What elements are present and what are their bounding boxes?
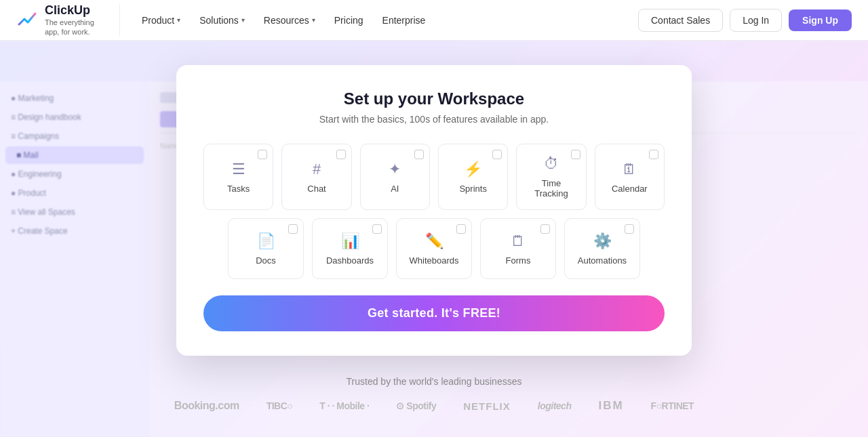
forms-icon: 🗒	[511, 232, 526, 250]
get-started-button[interactable]: Get started. It's FREE!	[203, 295, 665, 331]
workspace-setup-modal: Set up your Workspace Start with the bas…	[176, 65, 692, 356]
trusted-section: Trusted by the world's leading businesse…	[174, 376, 694, 413]
brand-tmobile: T · · Mobile ·	[319, 400, 369, 411]
brand-tibco: TIBC○	[267, 400, 293, 411]
brand-ibm: IBM	[598, 399, 623, 413]
feature-dashboards[interactable]: 📊 Dashboards	[312, 218, 388, 279]
chevron-down-icon: ▾	[241, 16, 245, 24]
feature-calendar[interactable]: 🗓 Calendar	[595, 144, 665, 210]
tasks-checkbox[interactable]	[258, 150, 267, 159]
automations-icon: ⚙️	[593, 232, 612, 250]
tasks-icon: ☰	[232, 161, 245, 178]
modal-title: Set up your Workspace	[203, 89, 665, 108]
navbar: ClickUp The everything app, for work. Pr…	[0, 0, 868, 41]
chat-icon: #	[313, 161, 321, 178]
clickup-logo-icon	[16, 9, 38, 31]
forms-checkbox[interactable]	[540, 224, 550, 234]
brand-netflix: NETFLIX	[463, 400, 511, 412]
logo-text: ClickUp	[45, 3, 106, 18]
login-button[interactable]: Log In	[730, 9, 782, 32]
ai-label: AI	[391, 184, 399, 194]
dashboards-label: Dashboards	[326, 255, 374, 266]
whiteboards-icon: ✏️	[425, 232, 443, 250]
ai-icon: ✦	[389, 161, 401, 178]
calendar-label: Calendar	[612, 184, 648, 194]
logo-area: ClickUp The everything app, for work.	[16, 3, 120, 37]
sprints-label: Sprints	[459, 184, 486, 194]
feature-forms[interactable]: 🗒 Forms	[480, 218, 556, 279]
trusted-label: Trusted by the world's leading businesse…	[174, 376, 694, 387]
docs-icon: 📄	[257, 232, 275, 250]
brand-logitech: logitech	[538, 400, 572, 411]
chat-checkbox[interactable]	[336, 150, 346, 159]
whiteboards-checkbox[interactable]	[456, 224, 466, 234]
features-row-2: 📄 Docs 📊 Dashboards ✏️ Whiteboards 🗒 For…	[203, 218, 665, 279]
forms-label: Forms	[506, 255, 531, 266]
nav-links: Product ▾ Solutions ▾ Resources ▾ Pricin…	[134, 11, 638, 30]
chevron-down-icon: ▾	[177, 16, 180, 24]
nav-pricing[interactable]: Pricing	[326, 11, 372, 30]
features-row-1: ☰ Tasks # Chat ✦ AI ⚡ Sprints ⏱ Time	[203, 144, 665, 210]
automations-label: Automations	[578, 255, 627, 266]
feature-tasks[interactable]: ☰ Tasks	[203, 144, 273, 210]
nav-right: Contact Sales Log In Sign Up	[638, 9, 852, 32]
feature-sprints[interactable]: ⚡ Sprints	[438, 144, 508, 210]
time-tracking-icon: ⏱	[544, 155, 559, 173]
modal-overlay: Set up your Workspace Start with the bas…	[0, 41, 868, 437]
brand-spotify: ⊙ Spotify	[396, 400, 436, 411]
feature-chat[interactable]: # Chat	[281, 144, 351, 210]
brand-booking: Booking.com	[174, 400, 239, 412]
feature-ai[interactable]: ✦ AI	[360, 144, 430, 210]
whiteboards-label: Whiteboards	[410, 255, 459, 266]
feature-docs[interactable]: 📄 Docs	[228, 218, 304, 279]
nav-product[interactable]: Product ▾	[134, 11, 189, 30]
nav-enterprise[interactable]: Enterprise	[374, 11, 434, 30]
feature-time-tracking[interactable]: ⏱ Time Tracking	[516, 144, 586, 210]
dashboards-icon: 📊	[341, 232, 359, 250]
chevron-down-icon: ▾	[312, 16, 315, 24]
contact-sales-button[interactable]: Contact Sales	[638, 9, 723, 32]
time-tracking-checkbox[interactable]	[571, 150, 580, 159]
ai-checkbox[interactable]	[414, 150, 424, 159]
time-tracking-label: Time Tracking	[525, 178, 577, 199]
modal-subtitle: Start with the basics, 100s of features …	[203, 114, 665, 125]
sprints-icon: ⚡	[464, 161, 482, 178]
brands-row: Booking.com TIBC○ T · · Mobile · ⊙ Spoti…	[174, 399, 694, 413]
docs-checkbox[interactable]	[288, 224, 298, 234]
nav-resources[interactable]: Resources ▾	[256, 11, 323, 30]
calendar-icon: 🗓	[622, 161, 637, 178]
chat-label: Chat	[307, 184, 326, 194]
docs-label: Docs	[256, 255, 276, 266]
feature-whiteboards[interactable]: ✏️ Whiteboards	[396, 218, 472, 279]
feature-automations[interactable]: ⚙️ Automations	[564, 218, 640, 279]
nav-solutions[interactable]: Solutions ▾	[191, 11, 253, 30]
tasks-label: Tasks	[227, 184, 250, 194]
logo-tagline: The everything app, for work.	[45, 18, 106, 37]
sprints-checkbox[interactable]	[492, 150, 502, 159]
brand-fortinet: F○RTINET	[651, 400, 694, 411]
automations-checkbox[interactable]	[625, 224, 634, 234]
calendar-checkbox[interactable]	[649, 150, 658, 159]
dashboards-checkbox[interactable]	[372, 224, 382, 234]
signup-button[interactable]: Sign Up	[789, 9, 852, 31]
